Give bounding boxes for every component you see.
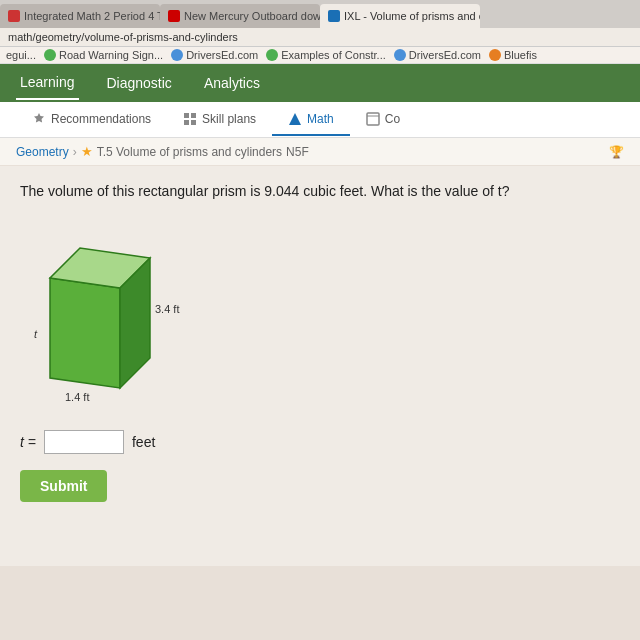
bookmark-5-icon: [394, 49, 406, 61]
bookmark-1[interactable]: egui...: [6, 49, 36, 61]
browser-tab-2[interactable]: New Mercury Outboard down ✕: [160, 4, 320, 28]
tab-1-icon: [8, 10, 20, 22]
nav-analytics[interactable]: Analytics: [200, 67, 264, 99]
bookmark-3-icon: [171, 49, 183, 61]
tab-2-label: New Mercury Outboard down: [184, 10, 320, 22]
answer-row: t = feet: [20, 430, 620, 454]
svg-text:1.4 ft: 1.4 ft: [65, 391, 89, 403]
unit-label: feet: [132, 434, 155, 450]
sub-nav: Recommendations Skill plans Math Co: [0, 102, 640, 138]
bookmark-6-label: Bluefis: [504, 49, 537, 61]
breadcrumb-trophy: 🏆: [609, 145, 624, 159]
subnav-co[interactable]: Co: [350, 104, 416, 136]
browser-tab-1[interactable]: Integrated Math 2 Period 4 T ✕: [0, 4, 160, 28]
co-icon: [366, 112, 380, 126]
tab-3-label: IXL - Volume of prisms and cy: [344, 10, 480, 22]
address-bar: math/geometry/volume-of-prisms-and-cylin…: [0, 28, 640, 47]
bookmark-2-icon: [44, 49, 56, 61]
bookmark-3-label: DriversEd.com: [186, 49, 258, 61]
browser-tab-3[interactable]: IXL - Volume of prisms and cy ✕: [320, 4, 480, 28]
bookmark-6-icon: [489, 49, 501, 61]
nav-diagnostic[interactable]: Diagnostic: [103, 67, 176, 99]
subnav-recommendations-label: Recommendations: [51, 112, 151, 126]
trophy-icon: 🏆: [609, 145, 624, 159]
equation-label: t =: [20, 434, 36, 450]
bookmark-5[interactable]: DriversEd.com: [394, 49, 481, 61]
question-text: The volume of this rectangular prism is …: [20, 182, 620, 202]
subnav-co-label: Co: [385, 112, 400, 126]
nav-learning[interactable]: Learning: [16, 66, 79, 100]
breadcrumb-code: N5F: [286, 145, 309, 159]
bookmarks-bar: egui... Road Warning Sign... DriversEd.c…: [0, 47, 640, 64]
svg-rect-2: [184, 120, 189, 125]
bookmark-1-label: egui...: [6, 49, 36, 61]
svg-rect-0: [184, 113, 189, 118]
bookmark-2-label: Road Warning Sign...: [59, 49, 163, 61]
svg-rect-5: [367, 113, 379, 125]
address-text: math/geometry/volume-of-prisms-and-cylin…: [8, 31, 238, 43]
breadcrumb-star-icon: ★: [81, 144, 93, 159]
subnav-recommendations[interactable]: Recommendations: [16, 104, 167, 136]
tab-1-label: Integrated Math 2 Period 4 T: [24, 10, 160, 22]
svg-marker-7: [50, 278, 120, 388]
submit-button[interactable]: Submit: [20, 470, 107, 502]
subnav-math-label: Math: [307, 112, 334, 126]
prism-svg: 3.4 ft t 1.4 ft: [20, 218, 220, 418]
recommendations-icon: [32, 112, 46, 126]
skill-plans-icon: [183, 112, 197, 126]
bookmark-5-label: DriversEd.com: [409, 49, 481, 61]
svg-rect-1: [191, 113, 196, 118]
breadcrumb-separator: ›: [73, 145, 77, 159]
ixl-nav: Learning Diagnostic Analytics: [0, 64, 640, 102]
breadcrumb-subject[interactable]: Geometry: [16, 145, 69, 159]
breadcrumb: Geometry › ★ T.5 Volume of prisms and cy…: [0, 138, 640, 166]
bookmark-4-label: Examples of Constr...: [281, 49, 386, 61]
subnav-math[interactable]: Math: [272, 104, 350, 136]
bookmark-3[interactable]: DriversEd.com: [171, 49, 258, 61]
tab-2-icon: [168, 10, 180, 22]
svg-text:3.4 ft: 3.4 ft: [155, 303, 179, 315]
bookmark-2[interactable]: Road Warning Sign...: [44, 49, 163, 61]
prism-diagram: 3.4 ft t 1.4 ft: [20, 218, 220, 418]
subnav-skill-plans[interactable]: Skill plans: [167, 104, 272, 136]
subnav-skill-plans-label: Skill plans: [202, 112, 256, 126]
answer-input[interactable]: [44, 430, 124, 454]
svg-text:t: t: [34, 328, 38, 340]
main-content: The volume of this rectangular prism is …: [0, 166, 640, 566]
bookmark-6[interactable]: Bluefis: [489, 49, 537, 61]
browser-tabs: Integrated Math 2 Period 4 T ✕ New Mercu…: [0, 0, 640, 28]
bookmark-4-icon: [266, 49, 278, 61]
math-icon: [288, 112, 302, 126]
bookmark-4[interactable]: Examples of Constr...: [266, 49, 386, 61]
svg-rect-3: [191, 120, 196, 125]
breadcrumb-topic: T.5 Volume of prisms and cylinders: [97, 145, 282, 159]
tab-3-icon: [328, 10, 340, 22]
svg-marker-4: [289, 113, 301, 125]
